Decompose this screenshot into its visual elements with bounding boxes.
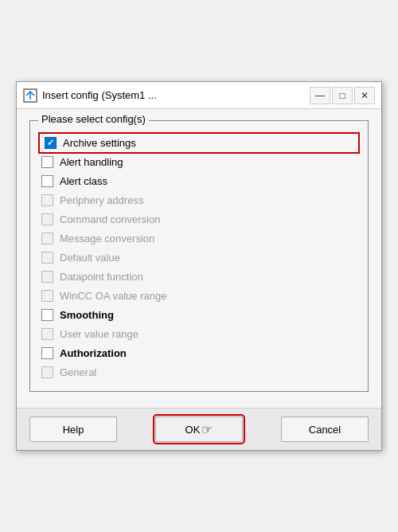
checkbox-item-wincc-oa-value-range[interactable]: WinCC OA value range [41,288,357,303]
close-button[interactable]: ✕ [354,87,375,104]
checkbox-label-command-conversion: Command conversion [60,213,160,225]
checkbox-label-datapoint-function: Datapoint function [60,271,143,283]
window-title: Insert config (System1 ... [42,89,157,101]
title-bar: Insert config (System1 ... — □ ✕ [17,82,381,109]
checkbox-wincc-oa-value-range [41,290,53,302]
maximize-button[interactable]: □ [332,87,353,104]
checkbox-item-user-value-range[interactable]: User value range [41,327,357,342]
minimize-button[interactable]: — [310,87,330,104]
checkbox-label-alert-handling: Alert handling [60,156,123,168]
title-bar-controls: — □ ✕ [310,87,375,104]
checkbox-user-value-range [41,328,53,340]
window-body: Please select config(s) ✓Archive setting… [17,109,381,408]
checkbox-item-alert-handling[interactable]: Alert handling [41,155,357,170]
checkbox-message-conversion [41,233,53,244]
checkbox-alert-class[interactable] [41,175,53,187]
checkbox-item-alert-class[interactable]: Alert class [41,174,357,189]
checkbox-label-archive-settings: Archive settings [63,137,136,149]
checkbox-label-wincc-oa-value-range: WinCC OA value range [60,290,166,302]
checkbox-label-message-conversion: Message conversion [60,233,154,244]
checkbox-label-general: General [60,366,96,378]
cancel-button[interactable]: Cancel [281,417,369,442]
checkbox-label-smoothing: Smoothing [60,309,114,321]
checkbox-datapoint-function [41,271,53,283]
ok-button[interactable]: OK ☞ [155,417,243,442]
ok-label: OK [185,424,201,436]
checkbox-item-authorization[interactable]: Authorization [41,346,357,361]
window-icon [23,88,37,103]
checkbox-general [41,366,53,378]
checkbox-label-alert-class: Alert class [60,175,107,187]
checkbox-command-conversion [41,213,53,225]
checkbox-label-authorization: Authorization [60,347,127,359]
checkbox-item-default-value[interactable]: Default value [41,250,357,265]
checkbox-default-value [41,252,53,264]
title-bar-left: Insert config (System1 ... [23,88,157,103]
config-group-box: Please select config(s) ✓Archive setting… [29,120,369,392]
group-box-legend: Please select config(s) [38,113,149,125]
checkbox-authorization[interactable] [41,347,53,359]
main-window: Insert config (System1 ... — □ ✕ Please … [16,81,382,451]
checkbox-label-default-value: Default value [60,252,120,264]
checkbox-smoothing[interactable] [41,309,53,321]
cursor-icon: ☞ [201,422,213,437]
window-footer: Help OK ☞ Cancel [17,408,381,450]
checkbox-alert-handling[interactable] [41,156,53,168]
checkbox-label-periphery-address: Periphery address [60,194,144,206]
checkbox-item-general[interactable]: General [41,365,357,380]
checkbox-item-archive-settings[interactable]: ✓Archive settings [41,135,357,151]
checkbox-item-message-conversion[interactable]: Message conversion [41,231,357,246]
checkbox-periphery-address [41,194,53,206]
checkbox-item-command-conversion[interactable]: Command conversion [41,212,357,227]
help-button[interactable]: Help [29,417,117,442]
checkbox-list: ✓Archive settingsAlert handlingAlert cla… [41,135,357,380]
checkbox-item-periphery-address[interactable]: Periphery address [41,193,357,208]
checkbox-archive-settings[interactable]: ✓ [45,137,57,149]
checkbox-item-datapoint-function[interactable]: Datapoint function [41,269,357,284]
checkbox-item-smoothing[interactable]: Smoothing [41,307,357,323]
checkbox-label-user-value-range: User value range [60,328,139,340]
